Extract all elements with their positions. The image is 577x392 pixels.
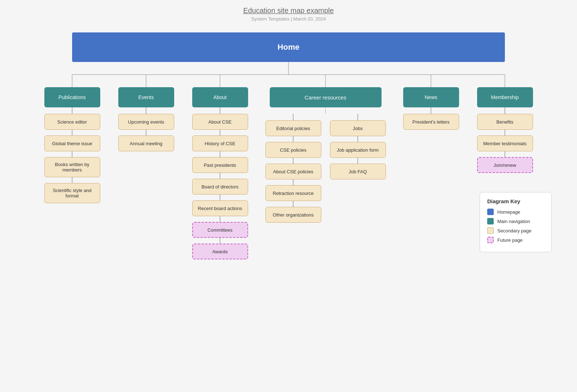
sec-benefits[interactable]: Benefits xyxy=(477,114,533,130)
sec-about-cse-policies[interactable]: About CSE policies xyxy=(265,164,321,179)
sec-upcoming-events[interactable]: Upcoming events xyxy=(118,114,174,130)
sec-global-theme[interactable]: Global theme issue xyxy=(44,135,100,151)
nav-career[interactable]: Career resources xyxy=(270,87,382,107)
nav-events[interactable]: Events xyxy=(118,87,174,107)
sec-editorial-policies[interactable]: Editorial policies xyxy=(265,120,321,136)
sec-jobs[interactable]: Jobs xyxy=(330,120,386,136)
sec-past-presidents[interactable]: Past presidents xyxy=(192,157,248,173)
future-join-renew[interactable]: Join/renew xyxy=(477,157,533,173)
sec-board-directors[interactable]: Board of directors xyxy=(192,179,248,195)
sec-job-faq[interactable]: Job FAQ xyxy=(330,164,386,179)
sec-books[interactable]: Books written by members xyxy=(44,157,100,177)
sec-job-application[interactable]: Job application form xyxy=(330,142,386,158)
future-committees[interactable]: Committees xyxy=(192,222,248,238)
nav-publications[interactable]: Publications xyxy=(44,87,100,107)
nav-about[interactable]: About xyxy=(192,87,248,107)
sec-presidents-letters[interactable]: President's letters xyxy=(403,114,459,130)
sec-other-orgs[interactable]: Other organizations xyxy=(265,207,321,223)
sec-retraction[interactable]: Retraction resource xyxy=(265,185,321,201)
page-title: Education site map example xyxy=(0,0,577,15)
sec-about-cse[interactable]: About CSE xyxy=(192,114,248,130)
future-awards[interactable]: Awards xyxy=(192,244,248,259)
sec-history-cse[interactable]: History of CSE xyxy=(192,135,248,151)
sec-science-editor[interactable]: Science editor xyxy=(44,114,100,130)
sec-member-testimonials[interactable]: Member testimonials xyxy=(477,135,533,151)
page-subtitle: System Templates | March 20, 2024 xyxy=(0,16,577,22)
page-header: Education site map example System Templa… xyxy=(0,0,577,22)
nav-news[interactable]: News xyxy=(403,87,459,107)
sec-recent-board[interactable]: Recent board actions xyxy=(192,200,248,216)
nav-membership[interactable]: Membership xyxy=(477,87,533,107)
sec-cse-policies[interactable]: CSE policies xyxy=(265,142,321,158)
sec-annual-meeting[interactable]: Annual meeting xyxy=(118,135,174,151)
sec-scientific-style[interactable]: Scientific style and format xyxy=(44,183,100,203)
home-node[interactable]: Home xyxy=(72,32,505,62)
